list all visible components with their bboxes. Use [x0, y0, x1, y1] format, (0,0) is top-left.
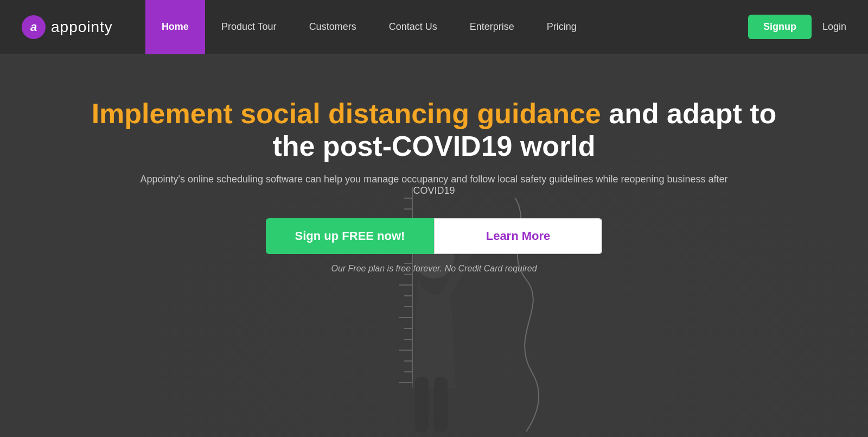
hero-section: Implement social distancing guidance and…	[0, 54, 868, 437]
header: a appointy Home Product Tour Customers C…	[0, 0, 868, 54]
nav-home[interactable]: Home	[145, 0, 205, 54]
hero-headline: Implement social distancing guidance and…	[87, 98, 781, 163]
nav-product-tour[interactable]: Product Tour	[205, 0, 293, 54]
logo-text: appointy	[51, 18, 113, 36]
hero-subtext: Appointy's online scheduling software ca…	[136, 174, 732, 197]
hero-buttons: Sign up FREE now! Learn More	[87, 218, 781, 254]
main-nav: Home Product Tour Customers Contact Us E…	[145, 0, 846, 54]
login-button[interactable]: Login	[822, 21, 846, 33]
svg-rect-21	[434, 377, 448, 432]
logo-letter: a	[30, 20, 37, 34]
hero-caption: Our Free plan is free forever. No Credit…	[87, 264, 781, 274]
nav-enterprise[interactable]: Enterprise	[454, 0, 531, 54]
svg-rect-20	[415, 377, 429, 432]
nav-customers[interactable]: Customers	[293, 0, 373, 54]
learn-more-button[interactable]: Learn More	[434, 218, 602, 254]
nav-pricing[interactable]: Pricing	[531, 0, 593, 54]
nav-contact-us[interactable]: Contact Us	[373, 0, 454, 54]
hero-content: Implement social distancing guidance and…	[54, 98, 814, 274]
logo-area: a appointy	[22, 15, 113, 39]
headline-colored-text: Implement social distancing guidance	[92, 98, 601, 129]
signup-free-button[interactable]: Sign up FREE now!	[266, 218, 434, 254]
signup-button[interactable]: Signup	[748, 15, 812, 39]
logo-icon: a	[22, 15, 46, 39]
